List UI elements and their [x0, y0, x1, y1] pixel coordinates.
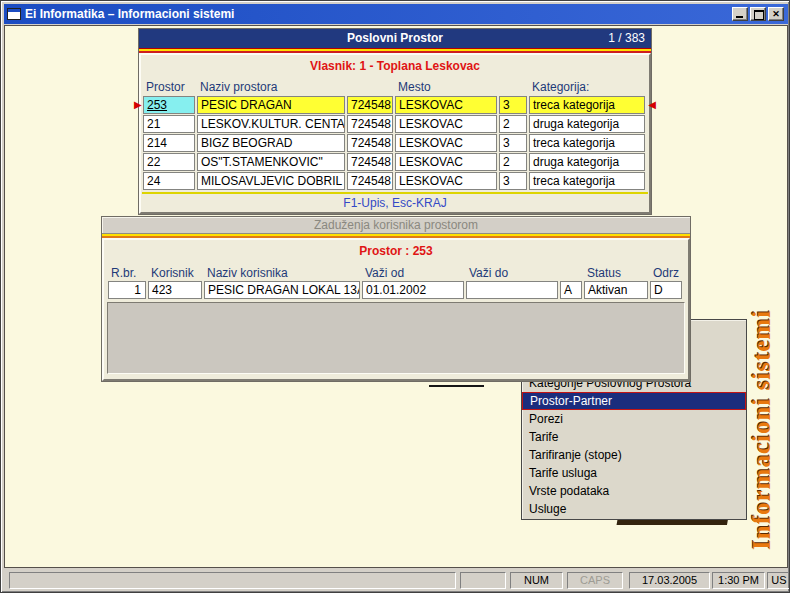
table-row[interactable]: 21LESKOV.KULTUR. CENTA724548LESKOVAC2dru…: [143, 115, 647, 133]
prostor-table: ProstorNaziv prostoraMestoKategorija: 25…: [143, 78, 647, 190]
window-title-bar[interactable]: Ei Informatika – Informacioni sistemi ✕: [4, 4, 788, 24]
table-cell[interactable]: A: [560, 281, 582, 299]
table-row[interactable]: 24MILOSAVLJEVIC DOBRIL724548LESKOVAC3tre…: [143, 172, 647, 190]
table-cell[interactable]: LESKOVAC: [395, 134, 497, 152]
table-cell[interactable]: 724548: [347, 96, 393, 114]
table-cell[interactable]: LESKOVAC: [395, 115, 497, 133]
selection-marker-right: ◀: [648, 99, 656, 111]
status-date: 17.03.2005: [629, 572, 710, 589]
menu-item[interactable]: Tarife usluga: [522, 464, 746, 482]
table-cell[interactable]: 423: [148, 281, 202, 299]
table-cell[interactable]: 22: [143, 153, 195, 171]
selection-marker-left: ▶: [134, 99, 142, 111]
table-cell[interactable]: 1: [108, 281, 146, 299]
column-header: Važi od: [362, 266, 464, 280]
table-cell[interactable]: 01.01.2002: [362, 281, 464, 299]
column-header: Korisnik: [148, 266, 202, 280]
table-cell[interactable]: BIGZ BEOGRAD: [197, 134, 345, 152]
minimize-button[interactable]: [732, 7, 748, 21]
table-row[interactable]: 253PESIC DRAGAN724548LESKOVAC3treca kate…: [143, 96, 647, 114]
dialog-body: Vlasnik: 1 - Toplana Leskovac ProstorNaz…: [139, 53, 651, 214]
table-cell[interactable]: LESKOVAC: [395, 153, 497, 171]
dialog-poslovni-prostor: Poslovni Prostor 1 / 383 Vlasnik: 1 - To…: [138, 28, 652, 215]
maximize-button[interactable]: [750, 7, 766, 21]
context-menu-items: Kategorije Poslovnog ProstoraProstor-Par…: [522, 374, 746, 518]
table-cell[interactable]: 3: [499, 172, 527, 190]
dialog-body: Prostor : 253 R.br.KorisnikNaziv korisni…: [102, 238, 690, 381]
window-title: Ei Informatika – Informacioni sistemi: [25, 4, 234, 24]
status-panel-message: [9, 572, 456, 589]
menu-item[interactable]: Vrste podataka: [522, 482, 746, 500]
status-bar: NUM CAPS 17.03.2005 1:30 PM US: [4, 570, 788, 591]
column-header: Prostor: [143, 80, 195, 94]
table-cell[interactable]: 724548: [347, 115, 393, 133]
app-window: Ei Informatika – Informacioni sistemi ✕ …: [0, 0, 790, 593]
column-header: Naziv prostora: [197, 80, 345, 94]
prostor-table-body: 253PESIC DRAGAN724548LESKOVAC3treca kate…: [143, 96, 647, 190]
separator-line: [142, 192, 648, 194]
assignments-table: R.br.KorisnikNaziv korisnikaVaži odVaži …: [108, 264, 684, 299]
table-cell[interactable]: Aktivan: [584, 281, 648, 299]
menu-item[interactable]: Tarife: [522, 428, 746, 446]
table-cell[interactable]: 24: [143, 172, 195, 190]
table-cell[interactable]: LESKOVAC: [395, 172, 497, 190]
dialog-zaduzenja-korisnika: Zaduženja korisnika prostorom Prostor : …: [101, 216, 691, 382]
record-counter: 1 / 383: [608, 29, 645, 48]
table-cell[interactable]: 2: [499, 153, 527, 171]
column-header: Važi do: [466, 266, 558, 280]
close-button[interactable]: ✕: [768, 7, 784, 21]
table-cell[interactable]: 724548: [347, 153, 393, 171]
brand-vertical-text: Informacioni sistemi: [748, 291, 788, 569]
menu-item[interactable]: Prostor-Partner: [522, 392, 746, 410]
table-cell[interactable]: 724548: [347, 134, 393, 152]
status-num-indicator: NUM: [510, 572, 563, 589]
table-cell[interactable]: LESKOVAC: [395, 96, 497, 114]
table-cell[interactable]: druga kategorija: [529, 153, 645, 171]
column-header: Kategorija:: [529, 80, 645, 94]
status-panel-spare: [460, 572, 506, 589]
table-cell[interactable]: treca kategorija: [529, 134, 645, 152]
table-row[interactable]: 214BIGZ BEOGRAD724548LESKOVAC3treca kate…: [143, 134, 647, 152]
menu-item[interactable]: Porezi: [522, 410, 746, 428]
table-cell[interactable]: 21: [143, 115, 195, 133]
background-window-edge: [429, 385, 484, 387]
column-header: Odrz: [650, 266, 682, 280]
assignments-table-body: 1423PESIC DRAGAN LOKAL 13A01.01.2002AAkt…: [108, 281, 684, 299]
table-row[interactable]: 22OS"T.STAMENKOVIC"724548LESKOVAC2druga …: [143, 153, 647, 171]
menu-item[interactable]: Usluge: [522, 500, 746, 518]
column-header: Status: [584, 266, 648, 280]
column-header: Naziv korisnika: [204, 266, 360, 280]
table-cell[interactable]: 214: [143, 134, 195, 152]
prostor-number-label: Prostor : 253: [104, 244, 688, 258]
table-cell[interactable]: 253: [143, 96, 195, 114]
table-cell[interactable]: D: [650, 281, 682, 299]
owner-label: Vlasnik: 1 - Toplana Leskovac: [141, 59, 649, 73]
table-cell[interactable]: 724548: [347, 172, 393, 190]
table-cell[interactable]: PESIC DRAGAN LOKAL 13A: [204, 281, 360, 299]
table-cell[interactable]: 3: [499, 96, 527, 114]
status-time: 1:30 PM: [712, 572, 765, 589]
dialog-title: Poslovni Prostor: [139, 29, 651, 48]
table-cell[interactable]: PESIC DRAGAN: [197, 96, 345, 114]
table-cell[interactable]: druga kategorija: [529, 115, 645, 133]
assignments-table-header: R.br.KorisnikNaziv korisnikaVaži odVaži …: [108, 264, 684, 281]
menu-item[interactable]: Tarifiranje (stope): [522, 446, 746, 464]
table-cell[interactable]: 3: [499, 134, 527, 152]
content-panel: [107, 302, 685, 374]
dialog-title: Zaduženja korisnika prostorom: [102, 217, 690, 234]
app-icon: [7, 8, 21, 20]
dialog-title-bar[interactable]: Zaduženja korisnika prostorom: [102, 217, 690, 234]
status-caps-indicator: CAPS: [567, 572, 623, 589]
dialog-title-bar[interactable]: Poslovni Prostor 1 / 383: [139, 29, 651, 48]
table-cell[interactable]: [466, 281, 558, 299]
table-row[interactable]: 1423PESIC DRAGAN LOKAL 13A01.01.2002AAkt…: [108, 281, 684, 299]
hotkey-footer: F1-Upis, Esc-KRAJ: [141, 196, 649, 210]
table-cell[interactable]: MILOSAVLJEVIC DOBRIL: [197, 172, 345, 190]
table-cell[interactable]: LESKOV.KULTUR. CENTA: [197, 115, 345, 133]
column-header: R.br.: [108, 266, 146, 280]
table-cell[interactable]: OS"T.STAMENKOVIC": [197, 153, 345, 171]
table-cell[interactable]: 2: [499, 115, 527, 133]
table-cell[interactable]: treca kategorija: [529, 172, 645, 190]
prostor-table-header: ProstorNaziv prostoraMestoKategorija:: [143, 78, 647, 96]
table-cell[interactable]: treca kategorija: [529, 96, 645, 114]
